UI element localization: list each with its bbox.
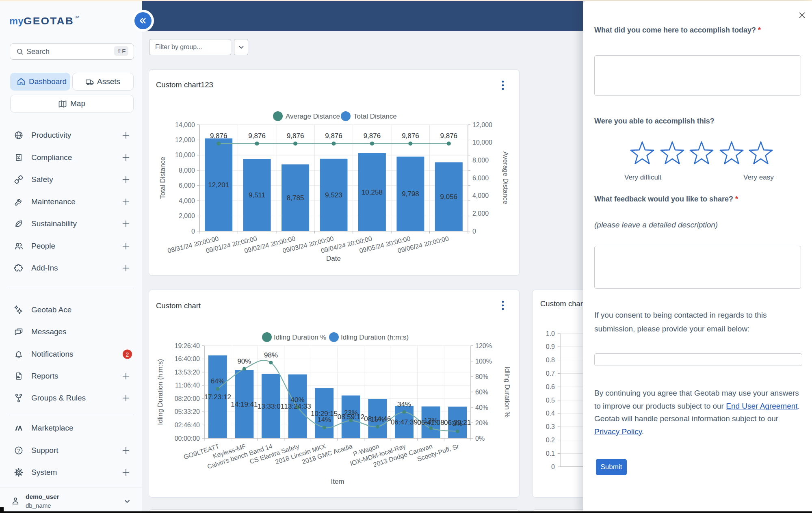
svg-text:11:06:40: 11:06:40 — [175, 382, 200, 389]
svg-text:4,000: 4,000 — [179, 197, 195, 204]
svg-text:12,000: 12,000 — [472, 121, 492, 128]
svg-text:90%: 90% — [237, 357, 251, 365]
svg-text:Idling Duration (h:m:s): Idling Duration (h:m:s) — [341, 333, 409, 341]
svg-text:Custom chart123: Custom chart123 — [156, 80, 213, 89]
svg-text:08:14:46: 08:14:46 — [364, 415, 391, 423]
svg-text:Total Distance: Total Distance — [159, 157, 166, 199]
svg-text:05:33:20: 05:33:20 — [175, 408, 200, 415]
svg-text:40%: 40% — [475, 404, 488, 411]
svg-text:9,876: 9,876 — [325, 132, 342, 140]
svg-text:80%: 80% — [475, 373, 488, 380]
svg-text:Custom chart: Custom chart — [156, 301, 201, 310]
svg-text:6,000: 6,000 — [179, 182, 195, 189]
svg-text:Total Distance: Total Distance — [353, 113, 397, 120]
svg-text:120%: 120% — [475, 342, 492, 349]
svg-text:Custom chart: Custom chart — [540, 299, 583, 308]
svg-text:0: 0 — [551, 463, 555, 470]
svg-text:08:20:00: 08:20:00 — [175, 395, 200, 402]
svg-text:?: ? — [17, 448, 20, 454]
svg-text:12,000: 12,000 — [175, 136, 195, 143]
svg-text:8,000: 8,000 — [179, 167, 195, 174]
svg-text:Average Distance: Average Distance — [286, 113, 340, 120]
svg-text:0: 0 — [191, 228, 195, 235]
svg-text:9,798: 9,798 — [402, 190, 419, 198]
svg-text:0.3: 0.3 — [546, 423, 555, 430]
svg-text:14:19:41: 14:19:41 — [231, 400, 258, 408]
svg-text:60%: 60% — [475, 389, 488, 396]
svg-text:12,201: 12,201 — [208, 181, 229, 189]
svg-text:13:24:33: 13:24:33 — [284, 403, 311, 410]
svg-text:0.7: 0.7 — [546, 370, 555, 377]
svg-text:9,876: 9,876 — [210, 132, 227, 140]
svg-text:2,000: 2,000 — [472, 210, 489, 217]
svg-text:02:46:40: 02:46:40 — [175, 422, 200, 429]
svg-text:9,523: 9,523 — [325, 191, 342, 199]
svg-text:0.8: 0.8 — [546, 357, 555, 364]
svg-text:19:26:40: 19:26:40 — [175, 342, 200, 349]
svg-text:34%: 34% — [397, 400, 411, 408]
svg-text:9,876: 9,876 — [402, 132, 419, 140]
svg-text:Average Distance: Average Distance — [502, 152, 509, 204]
svg-text:0.6: 0.6 — [546, 383, 555, 390]
svg-text:06:41:08: 06:41:08 — [418, 419, 444, 426]
svg-text:4,000: 4,000 — [472, 192, 489, 199]
svg-text:9,876: 9,876 — [248, 132, 266, 140]
svg-text:06:39:21: 06:39:21 — [444, 419, 471, 426]
svg-text:13:33:01: 13:33:01 — [258, 403, 284, 410]
svg-text:10,000: 10,000 — [472, 139, 492, 146]
svg-text:9,876: 9,876 — [364, 132, 381, 140]
svg-text:10,258: 10,258 — [362, 188, 383, 196]
svg-text:Item: Item — [331, 478, 344, 485]
svg-text:9,511: 9,511 — [249, 191, 265, 199]
svg-text:20%: 20% — [475, 420, 488, 426]
svg-text:0.2: 0.2 — [546, 437, 555, 444]
svg-text:0: 0 — [472, 228, 476, 235]
svg-text:Date: Date — [326, 255, 341, 262]
svg-text:0.1: 0.1 — [546, 450, 555, 457]
svg-text:1.0: 1.0 — [546, 330, 555, 337]
svg-text:8,785: 8,785 — [287, 194, 304, 202]
svg-text:Idling Duration (h:m:s): Idling Duration (h:m:s) — [156, 359, 164, 425]
svg-text:6,000: 6,000 — [472, 175, 489, 182]
svg-text:08:59:12: 08:59:12 — [338, 413, 364, 421]
svg-text:8,000: 8,000 — [472, 157, 489, 164]
svg-text:0.9: 0.9 — [546, 343, 555, 350]
svg-text:100%: 100% — [475, 358, 492, 365]
svg-text:06:47:39: 06:47:39 — [391, 418, 418, 426]
svg-text:00:00:00: 00:00:00 — [175, 435, 200, 442]
svg-text:Idling Duration %: Idling Duration % — [274, 333, 326, 341]
svg-text:9,876: 9,876 — [287, 132, 304, 140]
svg-text:14,000: 14,000 — [175, 121, 195, 128]
svg-text:17:23:12: 17:23:12 — [204, 393, 231, 401]
svg-text:98%: 98% — [264, 351, 278, 359]
svg-text:10:29:15: 10:29:15 — [311, 410, 338, 418]
svg-text:0.5: 0.5 — [546, 397, 555, 404]
svg-text:9,876: 9,876 — [440, 132, 458, 140]
svg-text:9,056: 9,056 — [440, 193, 458, 201]
svg-text:Idling Duration %: Idling Duration % — [504, 366, 511, 418]
svg-text:0%: 0% — [475, 435, 485, 442]
svg-text:16:40:00: 16:40:00 — [175, 355, 200, 362]
svg-text:64%: 64% — [211, 377, 225, 385]
svg-text:10,000: 10,000 — [175, 152, 195, 158]
svg-text:13:53:20: 13:53:20 — [175, 369, 200, 376]
svg-text:0.4: 0.4 — [546, 410, 555, 417]
svg-text:2,000: 2,000 — [179, 212, 195, 219]
